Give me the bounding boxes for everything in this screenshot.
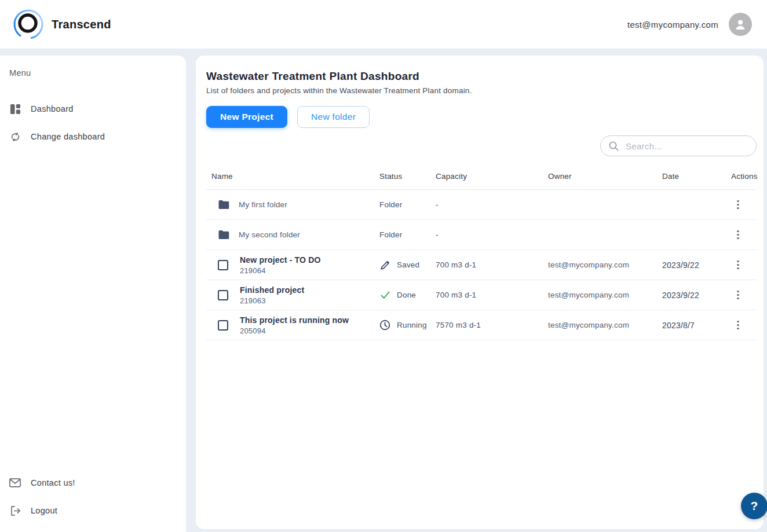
column-header-status: Status [379, 172, 436, 181]
search-icon [608, 141, 619, 152]
table-header: Name Status Capacity Owner Date Actions [206, 163, 757, 190]
row-actions-menu-icon[interactable] [732, 288, 744, 302]
row-status: Folder [379, 230, 436, 239]
page-subtitle: List of folders and projects within the … [206, 86, 757, 95]
table-row-folder-1[interactable]: My first folder Folder - [206, 190, 757, 220]
row-date: 2023/8/7 [662, 321, 719, 330]
table-row-project-219063[interactable]: Finished project 219063 Done 700 m3 d-1 … [206, 280, 757, 310]
row-actions-menu-icon[interactable] [732, 318, 744, 332]
search-row [206, 135, 757, 156]
brand-name: Transcend [52, 18, 111, 31]
sidebar-item-dashboard[interactable]: Dashboard [0, 95, 186, 123]
brand: Transcend [13, 9, 111, 40]
row-actions-menu-icon[interactable] [732, 258, 744, 272]
column-header-actions: Actions [719, 172, 758, 181]
sidebar-menu-label: Menu [9, 68, 31, 78]
top-bar: Transcend test@mycompany.com [0, 0, 767, 49]
action-buttons: New Project New folder [206, 106, 757, 128]
row-status: Folder [379, 200, 436, 209]
search-input[interactable] [624, 141, 748, 152]
row-capacity: 700 m3 d-1 [436, 291, 548, 299]
row-capacity: - [436, 230, 548, 239]
row-capacity: 7570 m3 d-1 [436, 321, 548, 329]
sidebar-item-label: Contact us! [31, 478, 75, 487]
column-header-capacity: Capacity [436, 172, 548, 181]
check-icon [379, 289, 390, 300]
mail-icon [9, 477, 21, 489]
user-email: test@mycompany.com [627, 20, 718, 30]
row-checkbox[interactable] [218, 260, 228, 270]
row-status: Done [397, 291, 416, 299]
row-status: Saved [397, 261, 419, 269]
help-button[interactable]: ? [741, 493, 767, 519]
project-id: 205094 [240, 326, 349, 335]
sidebar-item-label: Dashboard [31, 104, 74, 113]
sidebar-item-contact-us[interactable]: Contact us! [0, 469, 186, 497]
row-owner: test@mycompany.com [548, 261, 662, 269]
sidebar: Menu Dashboard Change dashbo [0, 56, 186, 532]
new-folder-button[interactable]: New folder [297, 106, 370, 128]
row-date: 2023/9/22 [662, 261, 719, 270]
table-row-folder-2[interactable]: My second folder Folder - [206, 220, 757, 250]
project-name: New project - TO DO [240, 255, 321, 265]
folder-icon [218, 230, 229, 240]
row-checkbox[interactable] [218, 290, 228, 300]
row-capacity: - [436, 200, 548, 209]
main-panel: Wastewater Treatment Plant Dashboard Lis… [196, 56, 764, 529]
sidebar-item-logout[interactable]: Logout [0, 497, 186, 524]
page-title: Wastewater Treatment Plant Dashboard [206, 70, 757, 83]
projects-table: Name Status Capacity Owner Date Actions … [206, 163, 757, 340]
folder-name: My second folder [239, 230, 300, 239]
table-row-project-205094[interactable]: This project is running now 205094 Runni… [206, 310, 757, 340]
sidebar-item-change-dashboard[interactable]: Change dashboard [0, 123, 186, 151]
project-name: This project is running now [240, 315, 349, 325]
table-row-project-219064[interactable]: New project - TO DO 219064 Saved 700 m3 … [206, 250, 757, 280]
row-capacity: 700 m3 d-1 [436, 261, 548, 269]
refresh-icon [9, 131, 21, 142]
sidebar-nav: Dashboard Change dashboard [0, 95, 186, 151]
new-project-button[interactable]: New Project [206, 106, 287, 128]
logout-icon [9, 505, 21, 516]
clock-icon [379, 320, 390, 331]
folder-name: My first folder [239, 200, 287, 209]
avatar[interactable] [729, 13, 752, 36]
column-header-name: Name [206, 172, 379, 181]
row-owner: test@mycompany.com [548, 321, 662, 329]
row-checkbox[interactable] [218, 320, 228, 331]
person-icon [733, 17, 747, 31]
column-header-owner: Owner [548, 172, 662, 181]
pencil-icon [379, 259, 390, 270]
sidebar-item-label: Change dashboard [31, 132, 105, 141]
sidebar-footer: Contact us! Logout [0, 469, 186, 524]
row-status: Running [397, 321, 427, 329]
sidebar-item-label: Logout [31, 506, 57, 515]
folder-icon [218, 200, 229, 210]
row-actions-menu-icon[interactable] [732, 198, 744, 212]
search-box [600, 135, 757, 156]
project-id: 219064 [240, 266, 321, 275]
dashboard-icon [9, 103, 21, 115]
transcend-logo-icon [13, 9, 44, 40]
row-owner: test@mycompany.com [548, 291, 662, 299]
project-id: 219063 [240, 296, 304, 305]
row-date: 2023/9/22 [662, 291, 719, 300]
row-actions-menu-icon[interactable] [732, 228, 744, 242]
project-name: Finished project [240, 285, 304, 295]
column-header-date: Date [662, 172, 719, 181]
user-box: test@mycompany.com [627, 13, 752, 36]
